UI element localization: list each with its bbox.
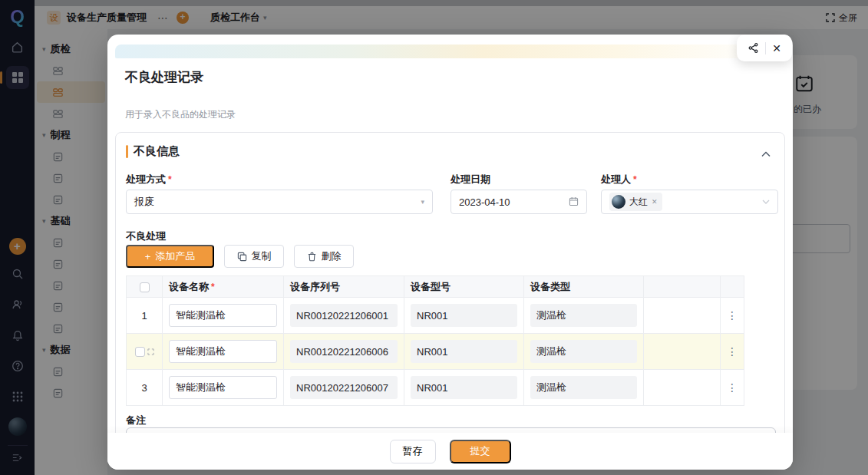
kebab-menu-icon[interactable]: ⋮	[727, 345, 738, 358]
model-value: NR001	[411, 304, 517, 327]
defect-products-table: 设备名称* 设备序列号 设备型号 设备类型 1 NR00120221206001…	[126, 275, 744, 406]
subform-toolbar: + 添加产品 复制 删除	[126, 245, 354, 268]
divider	[765, 42, 766, 54]
type-value: 测温枪	[530, 304, 637, 327]
required-mark: *	[211, 282, 215, 292]
name-cell	[163, 370, 284, 406]
model-cell: NR001	[404, 334, 524, 370]
model-cell: NR001	[404, 298, 524, 334]
button-label: 添加产品	[155, 249, 195, 263]
type-cell: 测温枪	[524, 370, 644, 406]
copy-button[interactable]: 复制	[224, 245, 284, 268]
spare-cell	[644, 298, 721, 334]
serial-value: NR00120221206006	[290, 340, 398, 363]
spare-cell	[644, 370, 721, 406]
remark-label: 备注	[126, 414, 146, 427]
share-button[interactable]	[748, 42, 759, 54]
select-all-checkbox[interactable]	[140, 282, 150, 292]
type-value: 测温枪	[530, 340, 637, 363]
spare-cell	[644, 334, 721, 370]
select-all-cell	[127, 276, 163, 298]
person-label: 处理人*	[601, 173, 637, 186]
kebab-menu-icon[interactable]: ⋮	[727, 381, 738, 394]
calendar-icon	[569, 196, 579, 208]
column-header-actions	[721, 276, 744, 298]
column-header-type: 设备类型	[524, 276, 644, 298]
column-header-name: 设备名称*	[163, 276, 284, 298]
label-text: 处理人	[601, 173, 631, 185]
name-cell	[163, 298, 284, 334]
column-header-spare	[644, 276, 721, 298]
modal-subtitle: 用于录入不良品的处理记录	[125, 108, 236, 121]
row-menu-cell: ⋮	[721, 370, 744, 406]
row-menu-cell: ⋮	[721, 334, 744, 370]
drag-handle-icon[interactable]	[147, 348, 154, 355]
serial-cell: NR00120221206001	[284, 298, 404, 334]
device-name-input[interactable]	[169, 304, 277, 327]
device-name-input[interactable]	[169, 340, 277, 363]
delete-button[interactable]: 删除	[294, 245, 354, 268]
remove-person-icon[interactable]: ✕	[652, 198, 658, 206]
collapse-section-button[interactable]	[761, 147, 771, 160]
table-row-selected: NR00120221206006 NR001 测温枪 ⋮	[127, 334, 744, 370]
serial-cell: NR00120221206006	[284, 334, 404, 370]
method-select[interactable]: 报废 ▾	[126, 190, 433, 214]
defect-info-card: 不良信息 处理方式* 处理日期 处理人* 报废 ▾ 2023-04-10	[115, 132, 785, 470]
model-cell: NR001	[404, 370, 524, 406]
type-cell: 测温枪	[524, 298, 644, 334]
serial-value: NR00120221206007	[290, 376, 398, 399]
type-cell: 测温枪	[524, 334, 644, 370]
name-cell	[163, 334, 284, 370]
screen: Q + 设 设备生产质量管理 ⋯	[0, 0, 868, 475]
copy-icon	[237, 252, 247, 262]
plus-icon: +	[145, 251, 151, 262]
row-select[interactable]	[127, 334, 163, 370]
modal-action-pill: ✕	[737, 35, 792, 61]
serial-cell: NR00120221206007	[284, 370, 404, 406]
share-icon	[748, 42, 759, 54]
submit-button[interactable]: 提交	[450, 440, 511, 463]
chevron-down-icon	[762, 198, 770, 206]
date-value: 2023-04-10	[459, 196, 510, 208]
label-text: 处理方式	[126, 173, 166, 185]
modal-footer: 暂存 提交	[107, 433, 793, 470]
row-menu-cell: ⋮	[721, 298, 744, 334]
type-value: 测温枪	[530, 376, 637, 399]
date-label: 处理日期	[451, 173, 490, 186]
device-name-input[interactable]	[169, 376, 277, 399]
required-mark: *	[633, 174, 637, 185]
table-row: 1 NR00120221206001 NR001 测温枪 ⋮	[127, 298, 744, 334]
model-value: NR001	[411, 340, 517, 363]
section-title: 不良信息	[134, 144, 180, 159]
row-index[interactable]: 1	[127, 298, 163, 334]
chevron-up-icon	[761, 151, 771, 157]
row-index[interactable]: 3	[127, 370, 163, 406]
section-accent-bar	[126, 145, 128, 158]
method-value: 报废	[134, 195, 154, 209]
method-label: 处理方式*	[126, 173, 172, 186]
caret-down-icon: ▾	[421, 198, 424, 206]
table-row: 3 NR00120221206007 NR001 测温枪 ⋮	[127, 370, 744, 406]
column-header-serial: 设备序列号	[284, 276, 404, 298]
date-input[interactable]: 2023-04-10	[451, 190, 587, 214]
add-product-button[interactable]: + 添加产品	[126, 245, 214, 268]
person-select[interactable]: 大红 ✕	[601, 190, 778, 214]
column-header-model: 设备型号	[404, 276, 524, 298]
serial-value: NR00120221206001	[290, 304, 398, 327]
person-name: 大红	[629, 196, 648, 209]
row-checkbox[interactable]	[135, 347, 145, 357]
person-avatar	[612, 195, 625, 209]
button-label: 复制	[252, 249, 272, 263]
save-draft-button[interactable]: 暂存	[390, 440, 436, 463]
required-mark: *	[168, 174, 172, 185]
defect-record-modal: 不良处理记录 用于录入不良品的处理记录 不良信息 处理方式* 处理日期 处理人*…	[107, 35, 793, 470]
model-value: NR001	[411, 376, 517, 399]
kebab-menu-icon[interactable]: ⋮	[727, 309, 738, 322]
person-tag[interactable]: 大红 ✕	[609, 193, 662, 211]
label-text: 处理日期	[451, 173, 490, 185]
column-label: 设备名称	[169, 281, 209, 292]
subform-label: 不良处理	[126, 229, 166, 243]
close-button[interactable]: ✕	[772, 42, 781, 54]
modal-title: 不良处理记录	[125, 68, 203, 86]
trash-icon	[307, 252, 317, 262]
